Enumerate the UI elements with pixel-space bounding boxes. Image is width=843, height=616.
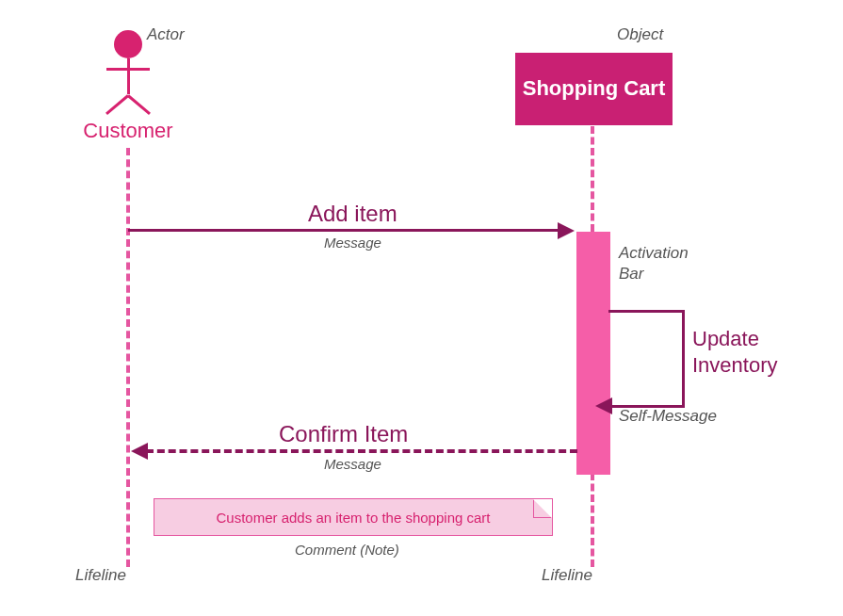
message-arrow-confirm-item bbox=[146, 449, 577, 453]
annotation-message-add: Message bbox=[324, 235, 381, 251]
annotation-self-message: Self-Message bbox=[619, 407, 717, 426]
comment-note-text: Customer adds an item to the shopping ca… bbox=[217, 510, 491, 526]
message-label-update-l2: Inventory bbox=[692, 353, 778, 377]
actor-legs-icon bbox=[106, 96, 150, 121]
actor-label: Customer bbox=[83, 119, 172, 143]
annotation-activation-bar-l1: Activation bbox=[619, 244, 689, 262]
annotation-lifeline-right: Lifeline bbox=[542, 566, 592, 585]
actor-arms-icon bbox=[106, 68, 150, 71]
annotation-comment: Comment (Note) bbox=[295, 542, 399, 558]
activation-bar bbox=[576, 232, 610, 475]
annotation-object: Object bbox=[617, 25, 663, 44]
message-label-update-inventory: Update Inventory bbox=[692, 326, 778, 378]
annotation-message-confirm: Message bbox=[324, 456, 381, 472]
message-arrow-add-item bbox=[128, 229, 561, 232]
lifeline-cart-upper bbox=[591, 126, 594, 232]
actor-body-icon bbox=[127, 58, 130, 94]
comment-note: Customer adds an item to the shopping ca… bbox=[154, 498, 553, 536]
message-label-confirm-item: Confirm Item bbox=[279, 421, 408, 447]
object-label: Shopping Cart bbox=[523, 76, 666, 101]
message-label-add-item: Add item bbox=[308, 201, 397, 227]
annotation-activation-bar: Activation Bar bbox=[619, 243, 689, 284]
actor-customer: Customer bbox=[81, 30, 175, 94]
object-shopping-cart: Shopping Cart bbox=[515, 53, 673, 125]
arrowhead-left-icon bbox=[595, 397, 612, 414]
actor-head-icon bbox=[114, 30, 142, 58]
lifeline-cart-lower bbox=[591, 473, 594, 567]
arrowhead-left-icon bbox=[131, 443, 148, 460]
message-label-update-l1: Update bbox=[692, 327, 759, 350]
lifeline-customer bbox=[126, 148, 130, 567]
annotation-activation-bar-l2: Bar bbox=[619, 265, 643, 283]
arrowhead-right-icon bbox=[558, 222, 575, 239]
self-message-loop bbox=[608, 310, 685, 408]
annotation-lifeline-left: Lifeline bbox=[75, 566, 126, 585]
sequence-diagram: Actor Object Customer Shopping Cart Acti… bbox=[0, 0, 843, 616]
